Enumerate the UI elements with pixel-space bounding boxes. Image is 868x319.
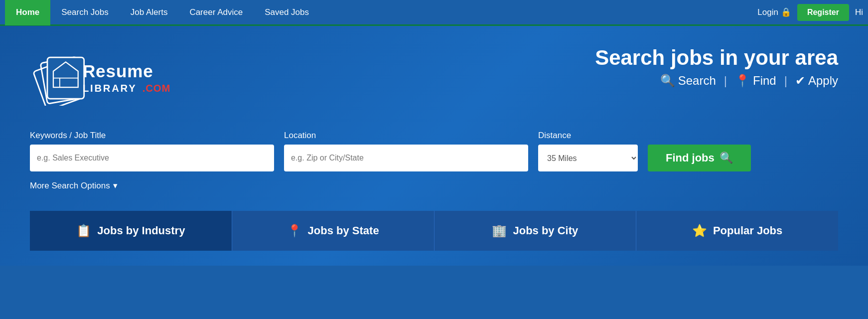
location-input[interactable] <box>284 145 528 171</box>
check-icon: ✔ <box>795 74 805 88</box>
svg-text:Resume: Resume <box>83 61 153 81</box>
svg-text:LIBRARY: LIBRARY <box>83 83 137 94</box>
keyword-input[interactable] <box>30 145 274 171</box>
steps: 🔍 Search | 📍 Find | ✔ Apply <box>595 74 838 88</box>
tab-jobs-by-industry[interactable]: 📋 Jobs by Industry <box>30 211 232 251</box>
city-icon: 🏢 <box>492 224 507 238</box>
nav-left: Home Search Jobs Job Alerts Career Advic… <box>5 0 320 25</box>
keyword-label: Keywords / Job Title <box>30 131 274 141</box>
search-tagline: Search jobs in your area 🔍 Search | 📍 Fi… <box>595 46 838 88</box>
nav-job-alerts[interactable]: Job Alerts <box>120 0 179 25</box>
more-options-label: More Search Options <box>30 181 110 191</box>
svg-text:.COM: .COM <box>143 83 171 94</box>
step-apply: ✔ Apply <box>795 74 838 88</box>
location-field-group: Location <box>284 131 528 171</box>
step-find: 📍 Find <box>735 74 776 88</box>
navbar: Home Search Jobs Job Alerts Career Advic… <box>0 0 868 26</box>
divider-1: | <box>724 74 727 88</box>
divider-2: | <box>784 74 787 88</box>
step-search: 🔍 Search <box>660 74 716 88</box>
nav-search-jobs[interactable]: Search Jobs <box>50 0 120 25</box>
find-jobs-button[interactable]: Find jobs 🔍 <box>648 145 751 171</box>
search-step-icon: 🔍 <box>660 74 675 88</box>
login-label: Login <box>757 7 778 17</box>
hero-top: Resume LIBRARY .COM Search jobs in your … <box>30 46 838 106</box>
bottom-tabs: 📋 Jobs by Industry 📍 Jobs by State 🏢 Job… <box>30 211 838 251</box>
register-button[interactable]: Register <box>797 4 849 21</box>
chevron-down-icon: ▾ <box>113 180 118 191</box>
tab-popular-label: Popular Jobs <box>713 224 782 237</box>
distance-field-group: Distance 5 Miles 10 Miles 15 Miles 20 Mi… <box>538 131 638 171</box>
search-icon: 🔍 <box>720 152 733 164</box>
hi-label: Hi <box>855 7 863 17</box>
resume-library-logo: Resume LIBRARY .COM <box>30 46 204 106</box>
search-form: Keywords / Job Title Location Distance 5… <box>30 131 838 171</box>
keyword-field-group: Keywords / Job Title <box>30 131 274 171</box>
pin-icon: 📍 <box>735 74 750 88</box>
tagline-title: Search jobs in your area <box>595 46 838 70</box>
tab-jobs-by-city[interactable]: 🏢 Jobs by City <box>434 211 637 251</box>
location-label: Location <box>284 131 528 141</box>
tab-industry-label: Jobs by Industry <box>97 224 185 237</box>
tab-city-label: Jobs by City <box>513 224 578 237</box>
logo-area: Resume LIBRARY .COM <box>30 46 204 106</box>
tab-popular-jobs[interactable]: ⭐ Popular Jobs <box>636 211 838 251</box>
hero-section: Resume LIBRARY .COM Search jobs in your … <box>0 26 868 266</box>
lock-icon: 🔒 <box>781 7 791 17</box>
find-jobs-label: Find jobs <box>666 152 715 164</box>
nav-right: Login 🔒 Register Hi <box>757 4 863 21</box>
login-button[interactable]: Login 🔒 <box>757 7 791 17</box>
tab-state-label: Jobs by State <box>308 224 379 237</box>
star-icon: ⭐ <box>692 224 707 238</box>
distance-label: Distance <box>538 131 638 141</box>
nav-career-advice[interactable]: Career Advice <box>178 0 254 25</box>
industry-icon: 📋 <box>76 224 91 238</box>
more-options[interactable]: More Search Options ▾ <box>30 180 838 191</box>
tab-jobs-by-state[interactable]: 📍 Jobs by State <box>232 211 434 251</box>
state-icon: 📍 <box>287 224 302 238</box>
distance-select[interactable]: 5 Miles 10 Miles 15 Miles 20 Miles 25 Mi… <box>538 145 638 171</box>
nav-home[interactable]: Home <box>5 0 50 25</box>
nav-saved-jobs[interactable]: Saved Jobs <box>254 0 320 25</box>
